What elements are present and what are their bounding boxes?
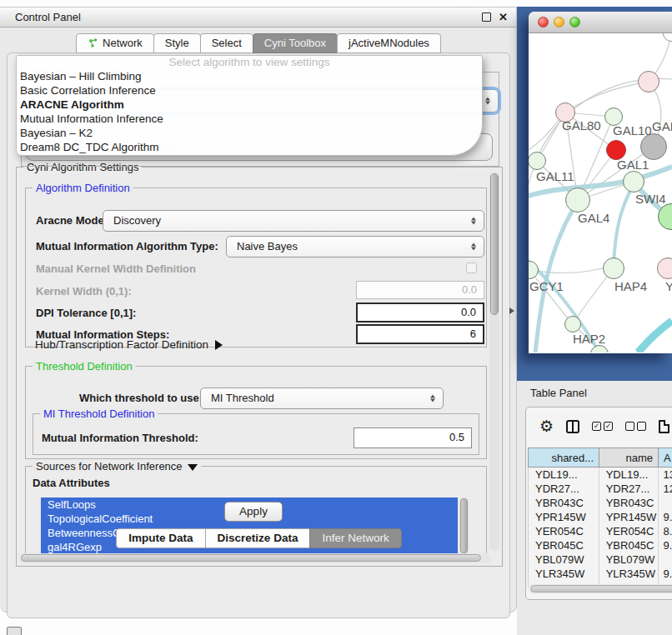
table-row[interactable]: YBR045CYBR045C9. — [529, 538, 672, 552]
network-window-titlebar — [529, 12, 672, 33]
table-row[interactable]: YDL19...YDL19...13 — [529, 468, 672, 482]
network-node-gal11[interactable] — [529, 152, 546, 170]
tab-discretize-data[interactable]: Discretize Data — [205, 528, 311, 548]
sources-title: Sources for Network Inference — [36, 460, 183, 472]
dropdown-item-aracne[interactable]: ARACNE Algorithm — [17, 98, 482, 112]
kernel-width-label: Kernel Width (0,1): — [36, 285, 132, 298]
tab-infer-network[interactable]: Infer Network — [309, 528, 401, 548]
network-node-gal[interactable] — [638, 71, 659, 92]
dpi-tolerance-field[interactable]: 0.0 — [356, 302, 484, 322]
mi-threshold-label: Mutual Information Threshold: — [42, 432, 198, 444]
column-header[interactable]: name — [599, 448, 659, 468]
aracne-mode-select[interactable]: Discovery — [103, 210, 484, 232]
file-icon[interactable] — [659, 420, 669, 433]
window-title: Control Panel — [15, 11, 482, 23]
sources-toggle[interactable]: Sources for Network Inference — [33, 460, 201, 472]
table-cell: YLR345W — [529, 567, 599, 581]
node-label: GAL80 — [562, 118, 601, 132]
table-horizontal-scrollbar[interactable] — [529, 584, 672, 594]
close-icon[interactable]: ✕ — [499, 12, 508, 22]
settings-vertical-scrollbar[interactable] — [489, 172, 499, 551]
node-label: GAL1 — [617, 158, 649, 172]
minimize-traffic-light-icon[interactable] — [554, 17, 564, 28]
network-node-gal1[interactable] — [623, 171, 644, 192]
node-label: HAP4 — [614, 279, 647, 293]
node-label: SWI4 — [635, 192, 666, 206]
kernel-width-field[interactable]: 0.0 — [356, 281, 484, 299]
scrollbar-thumb[interactable] — [21, 554, 481, 562]
table-cell: 8. — [659, 524, 672, 538]
table-row[interactable]: YER054CYER054C8. — [529, 524, 672, 538]
table-cell: YDR27... — [529, 482, 599, 496]
mi-algorithm-type-select[interactable]: Naive Bayes — [226, 236, 484, 258]
table-toolbar: ⚙ ✓✓ — [539, 418, 669, 434]
hub-definition-toggle[interactable]: Hub/Transcription Factor Definition — [35, 338, 223, 351]
scrollbar-thumb[interactable] — [530, 585, 672, 592]
node-table: shared... name A YDL19...YDL19...13 YDR2… — [528, 448, 672, 588]
columns-icon[interactable] — [566, 420, 579, 433]
threshold-definition-group: Threshold Definition Which threshold to … — [25, 366, 487, 459]
select-all-checkboxes-icon[interactable]: ✓✓ — [592, 422, 613, 431]
tab-network[interactable]: Network — [76, 33, 154, 53]
table-cell: YBL079W — [529, 552, 599, 567]
cyni-toolbox-panel: Inference Algorithm gal-filtered sif def… — [7, 52, 510, 618]
table-panel-title: Table Panel — [530, 387, 587, 399]
dropdown-item[interactable]: Bayesian – K2 — [17, 126, 482, 140]
table-cell: YBR045C — [529, 538, 599, 552]
column-header[interactable]: A — [658, 448, 672, 468]
float-window-icon[interactable] — [482, 12, 491, 22]
gear-icon[interactable]: ⚙ — [539, 418, 554, 434]
hub-definition-label: Hub/Transcription Factor Definition — [35, 338, 208, 351]
group-title: Threshold Definition — [33, 360, 136, 372]
manual-kernel-checkbox[interactable] — [466, 262, 477, 273]
dropdown-item[interactable]: Basic Correlation Inference — [17, 83, 482, 98]
network-node-hap4[interactable] — [603, 258, 624, 279]
tab-select[interactable]: Select — [200, 33, 253, 53]
table-cell — [659, 552, 672, 567]
top-tab-bar: Network Style Select Cyni Toolbox jActiv… — [0, 33, 516, 53]
table-row[interactable]: YBR043CYBR043C — [529, 496, 672, 510]
column-header[interactable]: shared... — [528, 448, 599, 468]
tab-style[interactable]: Style — [153, 33, 201, 53]
mouse-cursor — [509, 308, 514, 314]
network-canvas[interactable]: GAL GAL80 GAL10 GAL1 GAL11 SWI4 GAL4 GCY… — [529, 33, 672, 352]
which-threshold-label: Which threshold to use: — [79, 392, 203, 404]
which-threshold-select[interactable]: MI Threshold — [200, 388, 444, 409]
dropdown-item[interactable]: Dream8 DC_TDC Algorithm — [17, 140, 482, 154]
settings-horizontal-scrollbar[interactable] — [19, 553, 491, 563]
algorithm-dropdown-list: Select algorithm to view settings Bayesi… — [16, 55, 483, 156]
table-row[interactable]: YLR345WYLR345W9. — [529, 567, 672, 581]
expand-arrow-icon — [215, 340, 223, 350]
zoom-traffic-light-icon[interactable] — [569, 17, 580, 28]
network-node-gal4[interactable] — [565, 188, 590, 212]
close-traffic-light-icon[interactable] — [538, 17, 549, 28]
table-panel-box: ⚙ ✓✓ shared... name A YDL19...YDL19...13… — [525, 407, 672, 600]
table-cell: YDL19... — [599, 468, 659, 482]
node-label: HAP2 — [573, 332, 605, 346]
table-row[interactable]: YPR145WYPR145W9. — [529, 510, 672, 524]
node-label: GAL10 — [613, 123, 652, 138]
table-cell: YPR145W — [529, 510, 599, 524]
tab-label: Select — [212, 37, 242, 49]
minimized-window-icon[interactable] — [7, 627, 22, 635]
scrollbar-thumb[interactable] — [490, 173, 499, 315]
tab-jactivemnodules[interactable]: jActiveMNodules — [337, 33, 441, 53]
deselect-all-checkboxes-icon[interactable] — [625, 422, 646, 431]
tab-label: jActiveMNodules — [349, 37, 429, 49]
table-cell: YPR145W — [599, 510, 659, 524]
dropdown-item[interactable]: Bayesian – Hill Climbing — [17, 69, 482, 83]
mi-threshold-field[interactable]: 0.5 — [354, 428, 472, 448]
apply-button[interactable]: Apply — [224, 502, 283, 522]
control-panel-window: Control Panel ✕ Network Style Select Cyn… — [0, 7, 517, 612]
tab-cyni-toolbox[interactable]: Cyni Toolbox — [253, 33, 338, 53]
group-title: Algorithm Definition — [33, 182, 133, 194]
network-node-hap2[interactable] — [564, 316, 581, 332]
table-cell: YDR27... — [599, 482, 659, 496]
table-row[interactable]: YDR27...YDR27...12 — [529, 482, 672, 496]
table-header-row: shared... name A — [528, 448, 672, 468]
mi-steps-field[interactable]: 6 — [356, 324, 484, 344]
table-row[interactable]: YBL079WYBL079W — [529, 552, 672, 567]
mi-algorithm-type-label: Mutual Information Algorithm Type: — [36, 240, 218, 252]
dropdown-item[interactable]: Mutual Information Inference — [17, 112, 482, 126]
tab-impute-data[interactable]: Impute Data — [116, 528, 205, 548]
